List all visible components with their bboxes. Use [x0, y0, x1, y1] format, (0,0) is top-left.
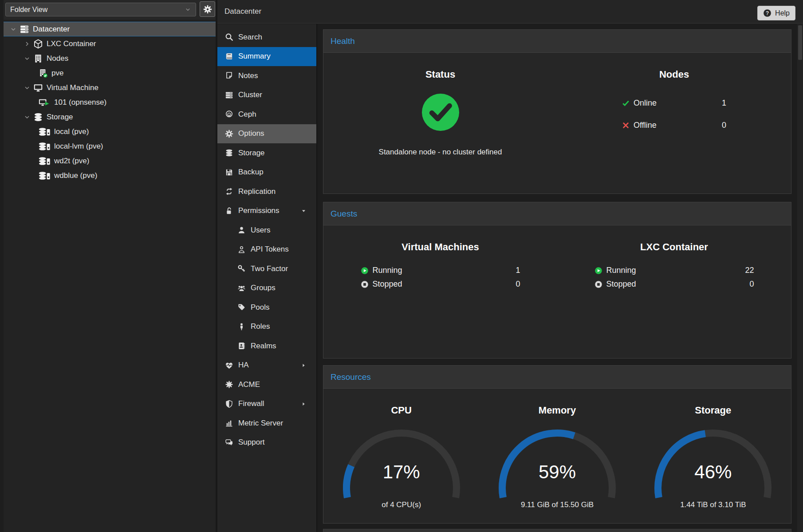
nav-item-options[interactable]: Options: [217, 124, 316, 144]
tree-item-storage[interactable]: Storage: [4, 110, 216, 124]
nodes-column: Nodes Online1Offline0: [557, 53, 791, 157]
bar-chart-icon: [225, 419, 233, 427]
guest-row-virtual-machines-stopped: Stopped0: [361, 277, 520, 291]
nav-item-pools[interactable]: Pools: [217, 298, 316, 317]
nav-item-two-factor[interactable]: Two Factor: [217, 259, 316, 279]
guest-group-heading: Virtual Machines: [323, 241, 557, 253]
nav-item-ceph[interactable]: Ceph: [217, 105, 316, 124]
tree-item-lxc-container[interactable]: LXC Container: [4, 36, 216, 51]
tree-item-label: 101 (opnsense): [54, 98, 106, 107]
cross-icon: [622, 122, 630, 129]
nav-item-label: Storage: [238, 149, 265, 158]
chevron-down-icon: [185, 6, 191, 13]
tree-item-local-pve[interactable]: local (pve): [4, 124, 216, 139]
floppy-icon: [225, 168, 233, 177]
nav-item-roles[interactable]: Roles: [217, 317, 316, 337]
resource-tree-panel: Folder View DatacenterLXC ContainerNodes…: [4, 0, 216, 532]
nav-item-summary[interactable]: Summary: [217, 47, 316, 67]
tree-item-label: pve: [51, 69, 63, 78]
cluster-status-column: Status Standalone node - no cluster defi…: [323, 53, 557, 157]
arrow-down-icon: [301, 208, 307, 214]
tree-item-pve[interactable]: pve: [4, 66, 216, 80]
address-book-icon: [237, 342, 246, 350]
arrow-right-icon: [301, 401, 307, 407]
cluster-status-message: Standalone node - no cluster defined: [323, 148, 557, 157]
monitor-play-icon: [38, 98, 51, 107]
database-drive-icon: [38, 171, 51, 181]
chevron-down-icon[interactable]: [24, 55, 31, 62]
nav-item-permissions[interactable]: Permissions: [217, 201, 316, 221]
tree-item-label: Virtual Machine: [47, 83, 98, 92]
datacenter-nav: SearchSummaryNotesClusterCephOptionsStor…: [217, 24, 316, 532]
health-panel-body: Status Standalone node - no cluster defi…: [323, 53, 791, 157]
gauge-percent: 17%: [337, 461, 466, 483]
nav-item-firewall[interactable]: Firewall: [217, 394, 316, 414]
chevron-down-icon[interactable]: [24, 114, 31, 121]
tag-icon: [237, 303, 246, 311]
tree-item-label: Datacenter: [33, 25, 70, 34]
view-mode-select[interactable]: Folder View: [5, 3, 196, 16]
page-title: Datacenter: [224, 0, 261, 23]
node-row-online: Online1: [622, 92, 726, 114]
nav-item-label: Summary: [238, 52, 271, 61]
scrollbar-thumb[interactable]: [798, 25, 802, 60]
tree-item-label: wdblue (pve): [54, 171, 97, 180]
view-mode-value: Folder View: [10, 6, 47, 14]
database-icon: [33, 112, 43, 122]
health-panel-header: Health: [323, 30, 791, 53]
person-icon: [237, 323, 246, 331]
guest-row-label: Stopped: [373, 280, 402, 289]
nav-item-groups[interactable]: Groups: [217, 279, 316, 298]
tree-item-virtual-machine[interactable]: Virtual Machine: [4, 80, 216, 95]
resources-panel-title: Resources: [331, 372, 371, 382]
nav-item-search[interactable]: Search: [217, 28, 316, 47]
nav-item-label: Cluster: [238, 91, 262, 99]
guest-row-label: Running: [373, 266, 402, 275]
vertical-scrollbar[interactable]: [797, 24, 803, 532]
resources-panel: Resources CPU17%of 4 CPU(s)Memory59%9.11…: [323, 365, 791, 524]
nav-item-support[interactable]: Support: [217, 433, 316, 453]
shield-icon: [225, 400, 233, 408]
tree-item-local-lvm-pve[interactable]: local-lvm (pve): [4, 139, 216, 154]
tree-item-nodes[interactable]: Nodes: [4, 51, 216, 66]
node-row-value: 0: [722, 121, 726, 130]
tree-item-label: local (pve): [54, 127, 89, 136]
nav-item-ha[interactable]: HA: [217, 356, 316, 375]
server-icon: [20, 24, 29, 34]
gauge-heading: CPU: [323, 405, 479, 416]
tree-settings-button[interactable]: [200, 1, 215, 17]
gauge-cpu-chart: 17%: [337, 422, 466, 503]
guests-panel-header: Guests: [323, 202, 791, 225]
ceph-icon: [225, 110, 233, 118]
building-check-icon: [38, 68, 48, 78]
nav-item-replication[interactable]: Replication: [217, 182, 316, 201]
nav-item-storage[interactable]: Storage: [217, 143, 316, 163]
building-icon: [33, 54, 43, 63]
guest-row-value: 0: [516, 280, 520, 289]
heartbeat-icon: [225, 361, 233, 370]
gauge-heading: Storage: [635, 405, 791, 416]
nav-item-backup[interactable]: Backup: [217, 163, 316, 182]
nav-item-label: Two Factor: [251, 264, 288, 273]
nav-item-notes[interactable]: Notes: [217, 66, 316, 86]
chevron-down-icon[interactable]: [10, 26, 17, 33]
chevron-right-icon[interactable]: [24, 40, 31, 47]
nav-item-acme[interactable]: ACME: [217, 375, 316, 394]
tree-item-wdblue-pve[interactable]: wdblue (pve): [4, 168, 216, 183]
nav-item-users[interactable]: Users: [217, 221, 316, 240]
nav-item-metric-server[interactable]: Metric Server: [217, 414, 316, 433]
nav-item-realms[interactable]: Realms: [217, 336, 316, 356]
nav-item-api-tokens[interactable]: API Tokens: [217, 240, 316, 260]
tree-item-datacenter[interactable]: Datacenter: [4, 22, 216, 36]
guest-row-lxc-container-running: Running22: [594, 264, 754, 277]
nav-item-label: Support: [238, 438, 265, 447]
chevron-down-icon[interactable]: [24, 84, 31, 91]
resource-gauge-memory: Memory59%9.11 GiB of 15.50 GiB: [479, 389, 635, 509]
tree-item-wd2t-pve[interactable]: wd2t (pve): [4, 154, 216, 168]
help-button[interactable]: ? Help: [757, 6, 795, 20]
nav-item-cluster[interactable]: Cluster: [217, 86, 316, 105]
database-icon: [225, 149, 233, 157]
resource-gauge-storage: Storage46%1.44 TiB of 3.10 TiB: [635, 389, 791, 509]
node-row-value: 1: [722, 99, 726, 108]
tree-item-101-opnsense[interactable]: 101 (opnsense): [4, 95, 216, 110]
